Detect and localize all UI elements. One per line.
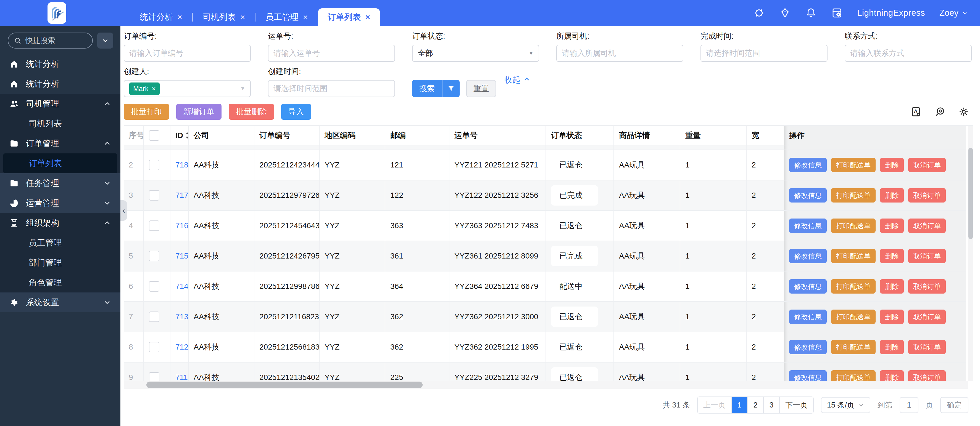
help-bulb-icon[interactable]: ? — [779, 7, 791, 19]
row-action-修改信息[interactable]: 修改信息 — [789, 340, 827, 354]
row-action-删除[interactable]: 删除 — [880, 249, 904, 263]
filter-input[interactable] — [845, 45, 972, 62]
row-action-取消订单[interactable]: 取消订单 — [908, 158, 946, 172]
row-action-删除[interactable]: 删除 — [880, 219, 904, 233]
tab-1[interactable]: 统计分析× — [130, 8, 192, 26]
vertical-scrollbar-thumb[interactable] — [969, 148, 973, 239]
close-icon[interactable]: × — [303, 13, 308, 21]
horizontal-scrollbar-track[interactable] — [124, 381, 968, 389]
row-checkbox[interactable] — [149, 190, 159, 201]
row-action-修改信息[interactable]: 修改信息 — [789, 158, 827, 172]
toolbar-button-新增订单[interactable]: 新增订单 — [176, 104, 221, 120]
row-checkbox[interactable] — [149, 160, 159, 170]
row-action-取消订单[interactable]: 取消订单 — [908, 279, 946, 294]
row-action-删除[interactable]: 删除 — [880, 279, 904, 294]
cell-id-link[interactable]: 711 — [175, 373, 188, 382]
toolbar-button-批量删除[interactable]: 批量删除 — [229, 104, 274, 120]
sort-icon[interactable] — [185, 131, 188, 139]
sidebar-item-3[interactable]: 司机管理 — [0, 94, 121, 114]
page-button-1[interactable]: 1 — [732, 397, 748, 413]
sidebar-item-6[interactable]: 运营管理 — [0, 193, 121, 213]
row-action-删除[interactable]: 删除 — [880, 340, 904, 354]
sidebar-subitem-订单列表[interactable]: 订单列表 — [3, 154, 117, 173]
row-action-打印配送单[interactable]: 打印配送单 — [831, 188, 876, 203]
tab-2[interactable]: 司机列表× — [193, 8, 255, 26]
sidebar-item-4[interactable]: 订单管理 — [0, 133, 121, 154]
sidebar-item-8[interactable]: 系统设置 — [0, 293, 121, 312]
filter-tag-select[interactable]: Mark×▼ — [124, 80, 251, 97]
row-action-打印配送单[interactable]: 打印配送单 — [831, 340, 876, 354]
row-action-取消订单[interactable]: 取消订单 — [908, 219, 946, 233]
horizontal-scrollbar-thumb[interactable] — [146, 382, 423, 388]
row-action-修改信息[interactable]: 修改信息 — [789, 310, 827, 324]
sidebar-toggle-handle[interactable]: ‹ — [121, 200, 127, 221]
row-action-取消订单[interactable]: 取消订单 — [908, 249, 946, 263]
cell-id-link[interactable]: 714 — [175, 282, 188, 291]
sidebar-subitem-角色管理[interactable]: 角色管理 — [0, 272, 121, 293]
jump-page-input[interactable] — [900, 397, 918, 413]
page-button-2[interactable]: 2 — [748, 397, 764, 413]
row-action-取消订单[interactable]: 取消订单 — [908, 340, 946, 354]
tag-remove-icon[interactable]: × — [152, 85, 156, 93]
close-icon[interactable]: × — [177, 13, 182, 21]
page-size-select[interactable]: 15 条/页 — [821, 397, 870, 413]
row-action-打印配送单[interactable]: 打印配送单 — [831, 249, 876, 263]
row-action-打印配送单[interactable]: 打印配送单 — [831, 279, 876, 294]
bell-icon[interactable] — [805, 7, 817, 19]
sidebar-item-1[interactable]: 统计分析 — [0, 54, 121, 74]
page-button-3[interactable]: 3 — [764, 397, 780, 413]
filter-funnel-icon[interactable] — [442, 80, 460, 97]
row-action-删除[interactable]: 删除 — [880, 188, 904, 203]
refresh-icon[interactable] — [753, 7, 765, 19]
sidebar-subitem-司机列表[interactable]: 司机列表 — [0, 114, 121, 133]
sidebar-collapse-button[interactable] — [97, 33, 113, 49]
cell-id-link[interactable]: 712 — [175, 343, 188, 351]
panel-gear-icon[interactable] — [831, 7, 843, 19]
filter-input[interactable] — [124, 45, 251, 62]
cell-id-link[interactable]: 713 — [175, 312, 188, 321]
filter-input[interactable] — [700, 45, 827, 62]
sidebar-subitem-员工管理[interactable]: 员工管理 — [0, 233, 121, 253]
reset-button[interactable]: 重置 — [466, 80, 496, 97]
row-action-修改信息[interactable]: 修改信息 — [789, 279, 827, 294]
row-action-删除[interactable]: 删除 — [880, 158, 904, 172]
user-menu[interactable]: Zoey — [939, 8, 968, 18]
row-checkbox[interactable] — [149, 312, 159, 322]
sidebar-item-2[interactable]: 统计分析 — [0, 74, 121, 94]
sidebar-subitem-部门管理[interactable]: 部门管理 — [0, 253, 121, 272]
app-logo[interactable]: Lightning EXPRESS — [48, 2, 66, 24]
row-action-打印配送单[interactable]: 打印配送单 — [831, 158, 876, 172]
sidebar-item-5[interactable]: 任务管理 — [0, 173, 121, 193]
close-icon[interactable]: × — [366, 13, 371, 21]
next-page-button[interactable]: 下一页 — [780, 397, 813, 413]
filter-select[interactable]: 全部▼ — [412, 45, 539, 62]
tab-3[interactable]: 员工管理× — [256, 8, 318, 26]
cell-id-link[interactable]: 718 — [175, 161, 188, 169]
font-size-icon[interactable]: A — [910, 106, 922, 117]
row-checkbox[interactable] — [149, 281, 159, 291]
settings-gear-icon[interactable] — [958, 106, 969, 117]
row-action-修改信息[interactable]: 修改信息 — [789, 219, 827, 233]
row-action-取消订单[interactable]: 取消订单 — [908, 310, 946, 324]
toolbar-button-批量打印[interactable]: 批量打印 — [124, 104, 169, 120]
quick-search-input[interactable]: 快捷搜索 — [8, 33, 93, 49]
row-action-删除[interactable]: 删除 — [880, 310, 904, 324]
vertical-scrollbar-track[interactable] — [968, 126, 974, 381]
close-icon[interactable]: × — [240, 13, 245, 21]
row-action-打印配送单[interactable]: 打印配送单 — [831, 310, 876, 324]
row-checkbox[interactable] — [149, 342, 159, 352]
toolbar-button-导入[interactable]: 导入 — [281, 104, 311, 120]
cell-id-link[interactable]: 716 — [175, 221, 188, 230]
filter-input[interactable] — [268, 80, 395, 97]
collapse-filters-link[interactable]: 收起 — [504, 74, 530, 86]
sidebar-item-7[interactable]: 组织架构 — [0, 213, 121, 233]
row-action-打印配送单[interactable]: 打印配送单 — [831, 219, 876, 233]
row-checkbox[interactable] — [149, 220, 159, 231]
zoom-search-icon[interactable] — [934, 106, 946, 117]
prev-page-button[interactable]: 上一页 — [698, 397, 732, 413]
row-checkbox[interactable] — [149, 251, 159, 261]
cell-id-link[interactable]: 715 — [175, 252, 188, 260]
tab-4[interactable]: 订单列表× — [318, 8, 380, 26]
row-action-修改信息[interactable]: 修改信息 — [789, 188, 827, 203]
search-button[interactable]: 搜索 — [412, 80, 460, 97]
